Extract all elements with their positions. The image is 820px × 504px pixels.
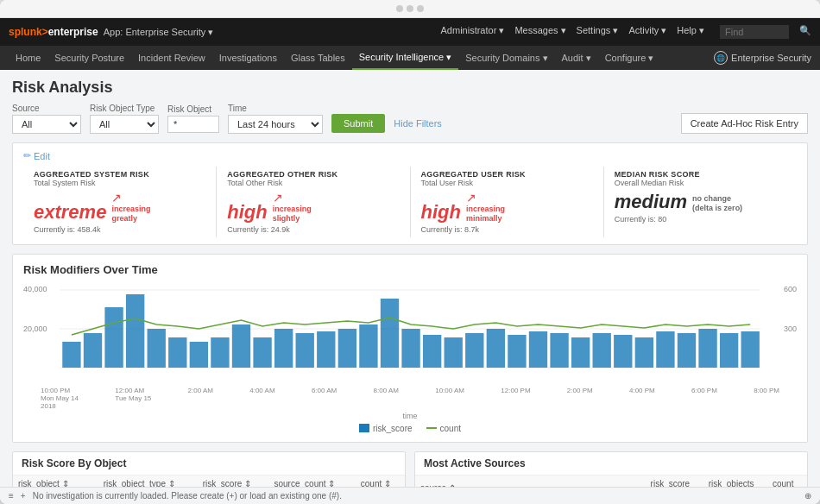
- hide-filters-link[interactable]: Hide Filters: [394, 118, 442, 129]
- sources-table-header-row: source ⇕ risk_score ⇕ risk_objects ⇕ cou…: [415, 476, 807, 487]
- svg-rect-26: [550, 333, 568, 368]
- risk-trend-system: ↗ increasinggreatly: [111, 191, 150, 224]
- source-select[interactable]: All: [12, 115, 81, 134]
- find-input[interactable]: [720, 25, 789, 39]
- pencil-icon: ✏: [23, 150, 31, 161]
- enterprise-security-logo: 🌐 Enterprise Security: [714, 51, 811, 65]
- nav-investigations[interactable]: Investigations: [212, 46, 284, 70]
- nav-messages[interactable]: Messages ▾: [514, 25, 565, 39]
- risk-trend-user: ↗ increasingminimally: [466, 191, 505, 224]
- menu-icon[interactable]: ≡: [9, 491, 14, 501]
- time-label: Time: [228, 104, 323, 113]
- legend-count-line: [426, 427, 437, 429]
- nav-settings[interactable]: Settings ▾: [577, 25, 619, 39]
- risk-by-object-title: Risk Score By Object: [13, 452, 405, 476]
- nav-configure[interactable]: Configure ▾: [598, 46, 661, 70]
- risk-current-system: Currently is: 458.4k: [34, 225, 205, 234]
- top-nav-items: Administrator ▾ Messages ▾ Settings ▾ Ac…: [441, 25, 811, 39]
- svg-rect-7: [148, 329, 166, 368]
- risk-item-system-row: extreme ↗ increasinggreatly: [34, 191, 205, 224]
- svg-rect-19: [401, 329, 419, 368]
- nav-home[interactable]: Home: [9, 46, 47, 70]
- legend-count: count: [426, 424, 461, 433]
- filters-bar: Source All Risk Object Type All Risk Obj…: [12, 104, 808, 134]
- svg-rect-22: [465, 333, 483, 368]
- nav-security-intelligence[interactable]: Security Intelligence ▾: [352, 46, 459, 70]
- trend-text-system: increasinggreatly: [111, 205, 150, 224]
- x-label-6: 10:00 AM: [435, 387, 464, 410]
- svg-rect-20: [423, 335, 441, 368]
- time-select[interactable]: Last 24 hours: [228, 115, 323, 134]
- col-risk-object-type[interactable]: risk_object_type ⇕: [98, 476, 198, 487]
- app-name[interactable]: App: Enterprise Security ▾: [104, 27, 214, 38]
- nav-incident-review[interactable]: Incident Review: [131, 46, 212, 70]
- nav-help[interactable]: Help ▾: [677, 25, 704, 39]
- svg-rect-10: [211, 337, 229, 368]
- col-source-count[interactable]: count ⇕: [767, 476, 807, 487]
- col-source-risk-score[interactable]: risk_score ⇕: [646, 476, 703, 487]
- x-label-3: 4:00 AM: [249, 387, 274, 410]
- risk-by-object-table: risk_object ⇕ risk_object_type ⇕ risk_sc…: [13, 476, 405, 487]
- col-risk-object[interactable]: risk_object ⇕: [13, 476, 98, 487]
- create-adhoc-button[interactable]: Create Ad-Hoc Risk Entry: [681, 113, 808, 134]
- risk-object-type-select[interactable]: All: [90, 115, 159, 134]
- page-title: Risk Analysis: [12, 79, 808, 97]
- trend-text-user: increasingminimally: [466, 205, 505, 224]
- legend-risk-score-label: risk_score: [373, 424, 413, 433]
- app-container: splunk>enterprise App: Enterprise Securi…: [0, 18, 820, 504]
- risk-value-high-user: high: [421, 201, 461, 224]
- edit-link[interactable]: ✏ Edit: [23, 150, 797, 161]
- svg-rect-32: [678, 333, 696, 368]
- col-source-count[interactable]: source_count ⇕: [269, 476, 356, 487]
- svg-rect-25: [529, 331, 547, 368]
- browser-dot-green: [417, 5, 424, 12]
- risk-value-extreme: extreme: [34, 201, 106, 224]
- risk-item-system: AGGREGATED SYSTEM RISK Total System Risk…: [23, 167, 217, 237]
- most-active-sources-panel: Most Active Sources source ⇕ risk_score …: [414, 451, 808, 487]
- add-investigation-icon[interactable]: +: [21, 491, 26, 501]
- nav-audit[interactable]: Audit ▾: [555, 46, 598, 70]
- svg-rect-29: [614, 335, 632, 368]
- nav-security-domains[interactable]: Security Domains ▾: [458, 46, 554, 70]
- risk-item-median-row: medium no change(delta is zero): [615, 191, 786, 213]
- risk-item-median-title: MEDIAN RISK SCORE: [615, 170, 786, 179]
- col-count[interactable]: count ⇕: [356, 476, 405, 487]
- nav-administrator[interactable]: Administrator ▾: [441, 25, 505, 39]
- svg-rect-34: [720, 333, 738, 368]
- risk-item-median-subtitle: Overall Median Risk: [615, 179, 786, 187]
- svg-rect-4: [84, 333, 102, 368]
- svg-rect-16: [338, 329, 356, 368]
- risk-current-other: Currently is: 24.9k: [227, 225, 399, 234]
- svg-rect-11: [232, 324, 250, 368]
- nav-security-posture[interactable]: Security Posture: [47, 46, 131, 70]
- chart-legend: risk_score count: [23, 424, 797, 433]
- secondary-navbar: Home Security Posture Incident Review In…: [0, 46, 820, 70]
- status-right-icon[interactable]: ⊕: [804, 491, 811, 501]
- risk-object-filter-group: Risk Object: [167, 104, 219, 133]
- risk-item-other-title: AGGREGATED OTHER RISK: [227, 170, 399, 179]
- x-labels: 10:00 PMMon May 142018 12:00 AMTue May 1…: [32, 387, 788, 410]
- x-label-5: 8:00 AM: [374, 387, 399, 410]
- col-source[interactable]: source ⇕: [415, 476, 646, 487]
- nav-activity[interactable]: Activity ▾: [628, 25, 666, 39]
- x-label-0: 10:00 PMMon May 142018: [41, 387, 79, 410]
- nav-glass-tables[interactable]: Glass Tables: [284, 46, 352, 70]
- svg-rect-35: [741, 331, 760, 368]
- chart-section: Risk Modifiers Over Time 40,000 20,000 6…: [12, 254, 808, 443]
- most-active-sources-title: Most Active Sources: [415, 452, 807, 476]
- risk-item-user-title: AGGREGATED USER RISK: [421, 170, 593, 179]
- chart-title: Risk Modifiers Over Time: [23, 263, 797, 276]
- svg-rect-28: [593, 333, 611, 368]
- bottom-section: Risk Score By Object risk_object ⇕ risk_…: [12, 451, 808, 487]
- col-risk-score[interactable]: risk_score ⇕: [198, 476, 269, 487]
- y-mid-right: 300: [784, 324, 797, 333]
- browser-frame: splunk>enterprise App: Enterprise Securi…: [0, 0, 820, 504]
- risk-item-user-row: high ↗ increasingminimally: [421, 191, 593, 224]
- svg-rect-3: [62, 342, 80, 368]
- risk-object-input[interactable]: [167, 116, 219, 133]
- submit-button[interactable]: Submit: [331, 114, 385, 133]
- x-label-7: 12:00 PM: [501, 387, 530, 410]
- x-label-11: 8:00 PM: [754, 387, 779, 410]
- col-source-risk-objects[interactable]: risk_objects ⇕: [703, 476, 767, 487]
- risk-object-type-filter-group: Risk Object Type All: [90, 104, 159, 134]
